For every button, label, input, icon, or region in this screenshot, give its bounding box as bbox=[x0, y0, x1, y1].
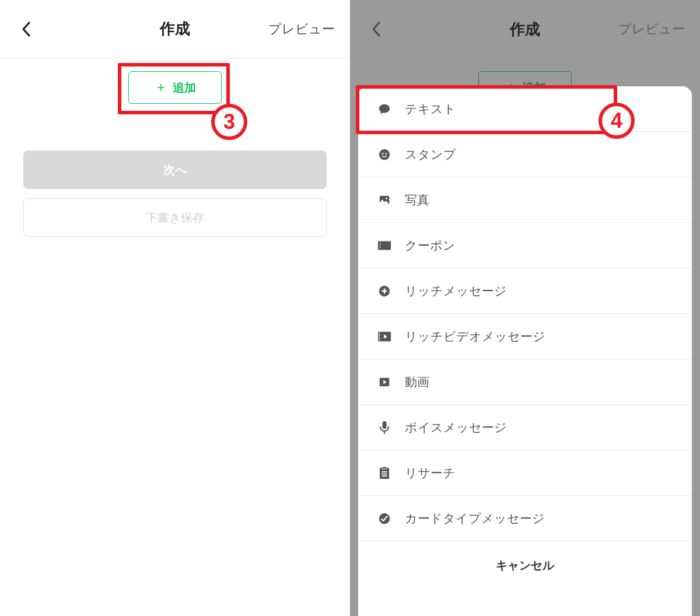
highlight-box-add bbox=[118, 63, 230, 114]
rich-video-icon bbox=[377, 329, 392, 344]
option-video[interactable]: 動画 bbox=[358, 359, 692, 405]
header: 作成 プレビュー bbox=[350, 0, 700, 58]
save-draft-button[interactable]: 下書き保存 bbox=[23, 198, 327, 237]
header: 作成 プレビュー bbox=[0, 0, 350, 58]
back-button[interactable] bbox=[368, 20, 385, 38]
svg-point-8 bbox=[380, 246, 381, 247]
svg-rect-23 bbox=[382, 467, 387, 469]
rich-message-icon bbox=[377, 284, 392, 299]
preview-button[interactable]: プレビュー bbox=[618, 20, 685, 38]
svg-point-0 bbox=[379, 149, 390, 159]
svg-point-17 bbox=[379, 337, 380, 338]
highlight-box-text bbox=[356, 85, 617, 134]
option-card-message[interactable]: カードタイプメッセージ bbox=[358, 496, 692, 541]
cancel-label: キャンセル bbox=[496, 558, 554, 573]
content-type-sheet: テキスト スタンプ 写真 クーポン bbox=[358, 86, 692, 616]
screen-create: 作成 プレビュー ＋ 追加 3 次へ 下書き保存 bbox=[0, 0, 350, 616]
option-rich-video[interactable]: リッチビデオメッセージ bbox=[358, 314, 692, 359]
option-label: リッチメッセージ bbox=[405, 283, 507, 299]
svg-rect-20 bbox=[383, 421, 387, 429]
svg-point-18 bbox=[379, 338, 380, 340]
option-voice[interactable]: ボイスメッセージ bbox=[358, 405, 692, 450]
screen-create-sheet: 作成 プレビュー ＋ 追加 テキスト スタンプ bbox=[350, 0, 700, 616]
video-icon bbox=[377, 374, 392, 390]
option-label: スタンプ bbox=[405, 146, 456, 163]
svg-point-16 bbox=[379, 335, 380, 336]
svg-point-4 bbox=[386, 197, 387, 199]
option-label: リサーチ bbox=[405, 465, 456, 481]
svg-point-15 bbox=[379, 333, 380, 334]
option-label: リッチビデオメッセージ bbox=[405, 328, 545, 345]
option-photo[interactable]: 写真 bbox=[358, 177, 692, 223]
preview-button[interactable]: プレビュー bbox=[268, 20, 335, 38]
svg-point-9 bbox=[380, 247, 381, 248]
option-label: 動画 bbox=[405, 374, 429, 390]
next-button[interactable]: 次へ bbox=[23, 150, 327, 189]
option-label: クーポン bbox=[405, 237, 456, 254]
step-badge-3: 3 bbox=[211, 104, 247, 140]
svg-point-1 bbox=[382, 152, 384, 154]
chevron-left-icon bbox=[371, 21, 382, 37]
step-badge-4: 4 bbox=[598, 103, 635, 139]
back-button[interactable] bbox=[18, 20, 35, 38]
photo-icon bbox=[377, 192, 392, 208]
svg-point-2 bbox=[385, 152, 387, 154]
option-stamp[interactable]: スタンプ bbox=[358, 132, 692, 177]
mic-icon bbox=[377, 420, 392, 435]
svg-rect-26 bbox=[382, 475, 387, 477]
option-rich-message[interactable]: リッチメッセージ bbox=[358, 268, 692, 314]
option-label: カードタイプメッセージ bbox=[405, 510, 545, 527]
option-coupon[interactable]: クーポン bbox=[358, 223, 692, 268]
option-research[interactable]: リサーチ bbox=[358, 450, 692, 496]
svg-point-6 bbox=[380, 242, 381, 243]
coupon-icon bbox=[377, 238, 392, 253]
chevron-left-icon bbox=[21, 21, 32, 37]
clipboard-icon bbox=[377, 466, 392, 481]
option-label: 写真 bbox=[405, 192, 429, 208]
option-label: ボイスメッセージ bbox=[405, 419, 507, 436]
svg-rect-24 bbox=[382, 471, 387, 473]
smiley-icon bbox=[377, 147, 392, 162]
cancel-button[interactable]: キャンセル bbox=[358, 541, 692, 616]
svg-rect-12 bbox=[382, 290, 387, 291]
svg-point-7 bbox=[380, 244, 381, 245]
card-message-icon bbox=[377, 511, 392, 526]
svg-rect-25 bbox=[382, 473, 387, 474]
